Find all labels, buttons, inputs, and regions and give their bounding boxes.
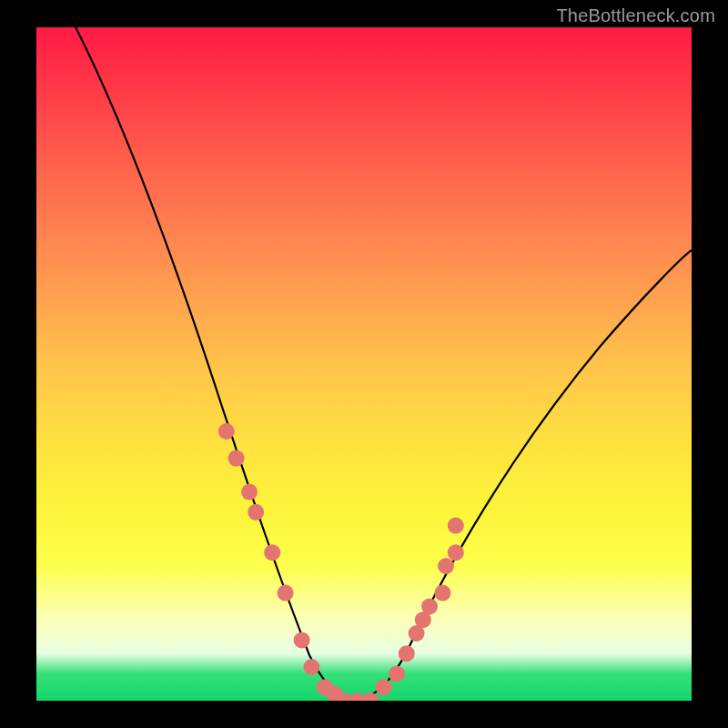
curve-layer (36, 27, 692, 701)
marker-dot (294, 632, 310, 648)
marker-dot (421, 598, 438, 614)
marker-dot (434, 585, 450, 602)
marker-dot (399, 645, 415, 662)
plot-area (36, 27, 692, 701)
marker-dot (278, 585, 294, 602)
chart-frame: TheBottleneck.com (0, 0, 728, 728)
watermark-text: TheBottleneck.com (556, 5, 715, 26)
marker-dot (376, 679, 392, 695)
marker-dot (389, 665, 405, 682)
highlighted-points (218, 423, 464, 701)
marker-dot (448, 544, 464, 561)
bottleneck-curve (71, 27, 692, 699)
marker-dot (438, 558, 454, 574)
marker-dot (362, 693, 379, 701)
marker-dot (228, 450, 245, 467)
marker-dot (218, 423, 235, 440)
marker-dot (241, 484, 258, 500)
marker-dot (448, 518, 464, 534)
marker-dot (264, 544, 280, 561)
marker-dot (303, 659, 319, 675)
marker-dot (248, 504, 264, 521)
